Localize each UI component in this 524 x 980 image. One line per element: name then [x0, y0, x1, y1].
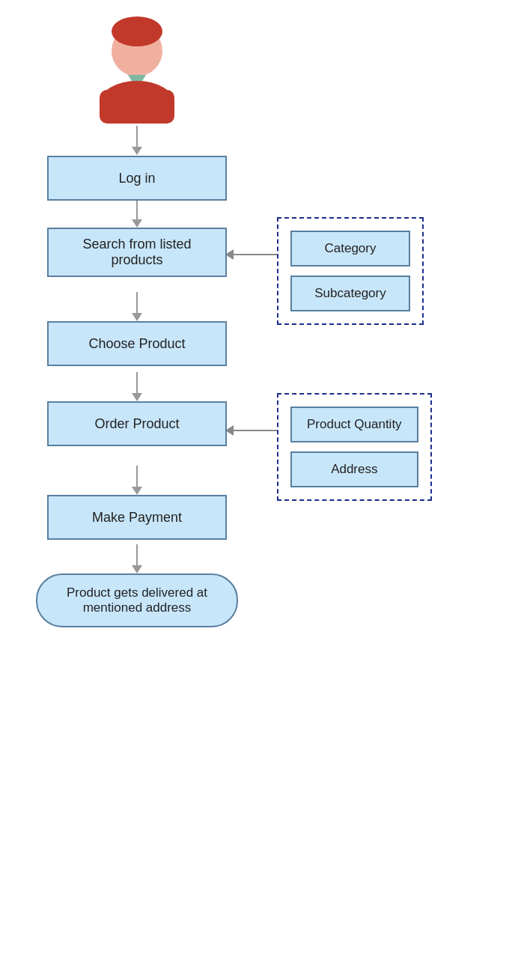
- order-box: Order Product: [47, 401, 227, 446]
- diagram: Log in Search from listed products Choos…: [0, 0, 524, 980]
- order-label: Order Product: [47, 401, 227, 446]
- connector-lines: [0, 0, 524, 980]
- address-box: Address: [290, 451, 418, 487]
- svg-marker-1: [132, 147, 142, 155]
- svg-marker-9: [132, 487, 142, 495]
- avatar: [92, 15, 182, 127]
- delivered-label: Product gets delivered at mentioned addr…: [36, 573, 238, 627]
- svg-rect-20: [100, 90, 174, 124]
- login-box: Log in: [47, 156, 227, 201]
- search-box: Search from listed products: [47, 228, 227, 277]
- side-panel-search: Category Subcategory: [277, 217, 424, 325]
- search-label: Search from listed products: [47, 228, 227, 277]
- side-panel-order: Product Quantity Address: [277, 393, 432, 501]
- svg-marker-3: [132, 219, 142, 228]
- payment-label: Make Payment: [47, 495, 227, 540]
- login-label: Log in: [47, 156, 227, 201]
- svg-marker-7: [132, 393, 142, 401]
- subcategory-box: Subcategory: [290, 276, 410, 311]
- svg-marker-5: [132, 313, 142, 321]
- delivered-box: Product gets delivered at mentioned addr…: [36, 573, 238, 627]
- category-box: Category: [290, 231, 410, 267]
- choose-label: Choose Product: [47, 321, 227, 366]
- svg-marker-11: [132, 565, 142, 573]
- avatar-svg: [92, 15, 182, 124]
- svg-point-17: [112, 16, 162, 46]
- payment-box: Make Payment: [47, 495, 227, 540]
- quantity-box: Product Quantity: [290, 407, 418, 442]
- choose-box: Choose Product: [47, 321, 227, 366]
